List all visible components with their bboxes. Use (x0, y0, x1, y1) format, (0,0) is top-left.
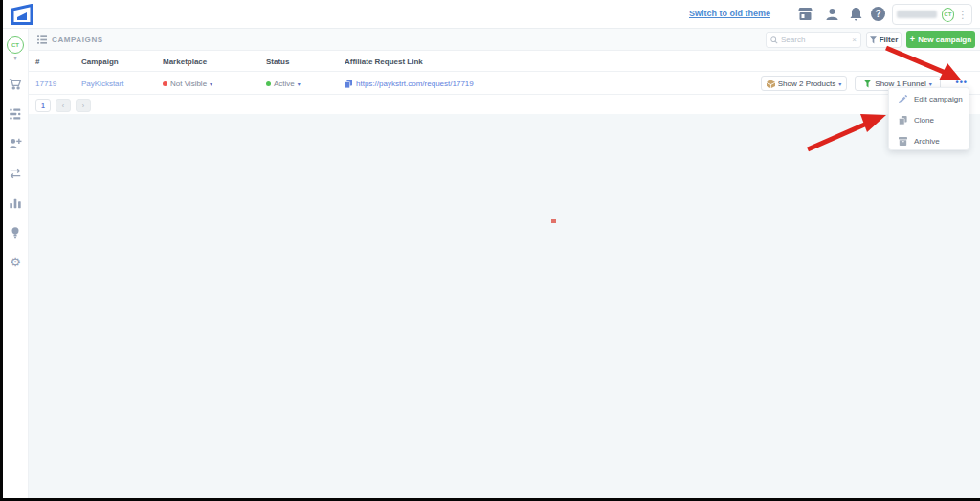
user-icon[interactable] (824, 7, 840, 22)
account-kebab-icon[interactable]: ⋮ (958, 10, 968, 20)
marketplace-value: Not Visible (170, 80, 207, 88)
page-title: CAMPAIGNS (37, 35, 103, 44)
table-header-row: # Campaign Marketplace Status Affiliate … (29, 51, 980, 72)
filter-button-label: Filter (880, 35, 899, 44)
table-row: 17719 PayKickstart Not Visible ▾ Active … (29, 72, 980, 95)
chevron-down-icon: ▾ (298, 80, 301, 87)
sidebar-item-campaigns[interactable] (3, 99, 29, 128)
green-status-dot (266, 81, 271, 86)
prev-page-button[interactable]: ‹ (56, 99, 71, 112)
bar-chart-icon (9, 196, 22, 210)
campaigns-toolbar: CAMPAIGNS × Filter + New campaign (29, 29, 980, 51)
notifications-bell-icon[interactable] (848, 7, 864, 22)
menu-item-edit-campaign[interactable]: Edit campaign (889, 88, 969, 109)
pencil-icon (899, 95, 907, 103)
new-campaign-button-label: New campaign (918, 35, 971, 44)
affiliate-request-link[interactable]: https://paykstrt.com/request/17719 (345, 80, 474, 88)
search-icon (770, 36, 778, 44)
avatar: CT (942, 8, 954, 22)
sidebar-item-settings[interactable]: ⚙ (3, 247, 29, 277)
transfer-arrows-icon (9, 167, 22, 180)
cart-icon (9, 78, 22, 91)
next-page-button[interactable]: › (76, 99, 91, 112)
sidebar-item-insights[interactable] (3, 217, 29, 247)
pagination: 1 ‹ › (35, 99, 91, 112)
search-box: × (766, 32, 861, 48)
clear-search-icon[interactable]: × (852, 35, 857, 44)
stray-red-mark (551, 219, 556, 223)
sidebar-item-reporting[interactable] (3, 188, 29, 217)
plus-icon: + (910, 34, 915, 44)
app-window: Switch to old theme ? CT ⋮ (0, 0, 980, 501)
funnel-icon (863, 80, 872, 88)
chevron-down-icon[interactable]: ▾ (13, 55, 16, 61)
affiliate-link-text: https://paykstrt.com/request/17719 (356, 80, 474, 88)
show-products-button[interactable]: Show 2 Products ▾ (761, 76, 847, 91)
column-header-marketplace: Marketplace (163, 57, 207, 66)
redacted-username (897, 11, 937, 18)
search-input[interactable] (781, 33, 846, 47)
status-dropdown[interactable]: Active ▾ (266, 80, 301, 88)
package-icon (767, 80, 775, 88)
add-user-icon (9, 137, 22, 150)
column-header-affiliate-link: Affiliate Request Link (345, 57, 423, 66)
chevron-down-icon: ▾ (838, 80, 841, 87)
menu-item-label: Archive (914, 137, 940, 146)
topbar: Switch to old theme ? CT ⋮ (3, 0, 980, 29)
status-value: Active (274, 80, 295, 88)
user-account-chip[interactable]: CT ⋮ (892, 4, 972, 25)
screenshot-left-edge (0, 0, 3, 501)
marketplace-icon[interactable] (797, 7, 813, 22)
show-products-label: Show 2 Products (778, 80, 835, 88)
campaign-id[interactable]: 17719 (35, 80, 56, 88)
sidebar-avatar[interactable]: CT (7, 36, 24, 54)
lightbulb-icon (9, 226, 22, 239)
campaigns-table: # Campaign Marketplace Status Affiliate … (29, 51, 980, 114)
marketplace-dropdown[interactable]: Not Visible ▾ (163, 80, 212, 88)
sidebar-item-products[interactable] (3, 69, 29, 99)
copy-icon (345, 80, 352, 88)
archive-icon (899, 137, 907, 146)
new-campaign-button[interactable]: + New campaign (906, 31, 975, 48)
campaigns-icon (9, 107, 22, 121)
switch-to-old-theme-link[interactable]: Switch to old theme (689, 9, 770, 18)
menu-item-label: Edit campaign (914, 95, 963, 103)
paykickstart-logo-icon[interactable] (11, 4, 33, 25)
row-actions-menu-button[interactable]: ••• (956, 80, 968, 85)
menu-item-archive[interactable]: Archive (889, 130, 969, 151)
list-icon (37, 35, 47, 44)
row-actions-dropdown: Edit campaign Clone Archive (888, 87, 969, 150)
page-title-label: CAMPAIGNS (52, 35, 103, 44)
menu-item-label: Clone (914, 116, 934, 125)
column-header-status: Status (266, 57, 289, 66)
menu-item-clone[interactable]: Clone (889, 109, 969, 130)
sidebar: CT ▾ (3, 29, 29, 498)
sidebar-item-transactions[interactable] (3, 158, 29, 188)
column-header-campaign: Campaign (81, 57, 119, 66)
campaign-name-link[interactable]: PayKickstart (81, 80, 123, 88)
help-icon[interactable]: ? (871, 7, 885, 21)
red-status-dot (163, 81, 167, 86)
filter-button[interactable]: Filter (866, 32, 902, 48)
page-1-button[interactable]: 1 (35, 99, 51, 112)
sidebar-item-affiliates[interactable] (3, 128, 29, 158)
chevron-down-icon: ▾ (929, 80, 932, 87)
annotation-arrow-to-clone (808, 114, 886, 149)
chevron-down-icon: ▾ (210, 80, 212, 87)
gear-icon: ⚙ (10, 256, 21, 268)
funnel-icon (870, 36, 877, 44)
column-header-id: # (35, 57, 39, 66)
copy-icon (899, 116, 907, 125)
